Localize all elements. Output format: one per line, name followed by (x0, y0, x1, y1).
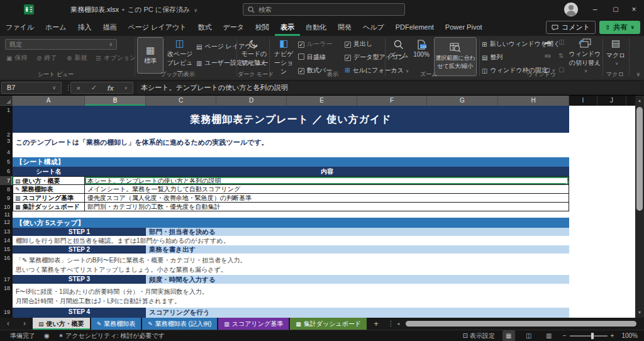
scroll-up-icon[interactable]: ▲ (635, 96, 644, 106)
tab-page-layout[interactable]: ページ レイアウト (123, 19, 192, 36)
zoom-track[interactable] (570, 335, 608, 337)
display-settings-button[interactable]: ⊡ 表示設定 (463, 330, 495, 341)
avatar[interactable] (564, 3, 578, 16)
horizontal-scroll-thumb[interactable] (406, 321, 636, 327)
new-sheet-view-button[interactable]: ⊕新規 (67, 53, 87, 62)
exit-sheet-view-button[interactable]: ⊘終了 (36, 53, 57, 62)
navigation-button[interactable]: ◧ ナビゲーション (272, 38, 296, 76)
cell-title-banner[interactable]: 業務棚卸表テンプレート ／ 使い方ガイド (13, 106, 569, 133)
row-header-12[interactable]: 12 (0, 218, 13, 228)
cell-sheet-desc-4[interactable]: 部門別・カテゴリ別の工数・優先度を自動集計 (85, 203, 569, 211)
zoom-out-icon[interactable]: − (563, 330, 567, 341)
sheet-tab-inventory-example[interactable]: ✎ 業務棚卸表 (記入例) (142, 318, 217, 330)
tab-options-icon[interactable]: ⋮ (384, 318, 397, 330)
tab-home[interactable]: ホーム (40, 19, 72, 36)
column-header-J[interactable]: J (597, 96, 626, 106)
cell-step1-title[interactable]: 部門・担当者を決める (146, 228, 569, 236)
next-sheet-icon[interactable]: › (16, 318, 33, 330)
cell-b7-selected[interactable]: 本シート。テンプレートの使い方と各列の説明 (85, 177, 569, 184)
add-sheet-button[interactable]: + (368, 318, 384, 330)
row-header-14[interactable]: 14 (0, 236, 13, 245)
tab-file[interactable]: ファイル (0, 19, 40, 36)
tab-automate[interactable]: 自動化 (300, 19, 332, 36)
column-header-A[interactable]: A (13, 96, 85, 106)
row-header-10[interactable]: 10 (0, 203, 13, 211)
sheet-tab-scoring[interactable]: ▥ スコアリング基準 (218, 318, 289, 330)
row-header-5[interactable]: 5 (0, 157, 13, 167)
reset-window-position-button[interactable]: ▢ (558, 66, 564, 73)
cell-step4-label[interactable]: STEP 4 (13, 308, 146, 316)
sheet-tab-inventory[interactable]: ✎ 業務棚卸表 (91, 318, 142, 330)
row-header-13[interactable]: 13 (0, 228, 13, 236)
switch-windows-button[interactable]: ウィンドウの切り替え∨ (570, 38, 600, 74)
cell-step2-title[interactable]: 業務を書き出す (146, 245, 569, 254)
hide-window-button[interactable]: ▭ (545, 52, 550, 59)
cell-sheet-name-1[interactable]: ▤使い方・概要 (13, 177, 85, 184)
header-sheet-name[interactable]: シート名 (13, 167, 85, 176)
row-header-9[interactable]: 9 (0, 194, 13, 203)
comments-button[interactable]: コメント (546, 21, 596, 34)
cell-step3-label[interactable]: STEP 3 (13, 275, 146, 284)
insert-function-button[interactable]: fx (108, 84, 114, 92)
sheet-view-dropdown[interactable]: 既定∨ (5, 39, 117, 50)
header-content[interactable]: 内容 (85, 167, 569, 176)
column-header-G[interactable]: G (427, 96, 498, 106)
page-break-status-button[interactable]: ▥ (543, 330, 555, 341)
tab-draw[interactable]: 描画 (97, 19, 123, 36)
cell-sheet-name-3[interactable]: ▥スコアリング基準 (13, 194, 85, 202)
search-input[interactable] (258, 6, 384, 13)
keep-sheet-view-button[interactable]: ▣保持 (6, 53, 27, 62)
column-header-F[interactable]: F (357, 96, 427, 106)
confirm-entry-button[interactable]: ✓ (91, 84, 97, 92)
normal-view-status-button[interactable]: ▦ (502, 330, 515, 341)
zoom-slider[interactable]: − + (563, 330, 614, 341)
tab-data[interactable]: データ (217, 19, 250, 36)
sheet-tab-usage[interactable]: ▤ 使い方・概要 (33, 318, 90, 330)
view-side-by-side-button[interactable]: ◫ (558, 38, 564, 45)
cell-step3-note[interactable]: F〜I列に頻度・1回あたりの所要時間（分）・月間実施回数を入力。月間合計時間・月… (13, 284, 569, 308)
name-box[interactable]: B7∨ (1, 82, 62, 94)
row-header-8[interactable]: 8 (0, 185, 13, 194)
column-header-B[interactable]: B (85, 96, 146, 106)
close-button[interactable]: × (624, 0, 644, 19)
zoom-100-button[interactable]: 100 100% (410, 40, 433, 58)
document-title[interactable]: 業務棚卸表.xlsx•この PC に保存済み∨ (70, 5, 197, 14)
page-layout-status-button[interactable]: ◫ (523, 330, 535, 341)
cell-step1-note[interactable]: 棚卸しを行う部門と担当者を確認。まずは1部門から始めるのがおすすめ。 (13, 236, 569, 245)
arrange-all-button[interactable]: ▤整列 (482, 53, 502, 62)
tab-formulas[interactable]: 数式 (192, 19, 217, 36)
prev-sheet-icon[interactable]: ‹ (0, 318, 16, 330)
sheet-view-options-button[interactable]: ☰オプション (96, 53, 136, 62)
split-button[interactable]: ▬ (545, 38, 551, 45)
row-header-3[interactable]: 3 (0, 137, 13, 148)
fill-handle[interactable] (566, 182, 569, 184)
horizontal-scrollbar[interactable]: ◂ (397, 318, 644, 330)
tab-developer[interactable]: 開発 (332, 19, 357, 36)
formula-input[interactable]: 本シート。テンプレートの使い方と各列の説明 (137, 82, 640, 94)
cell-step3-title[interactable]: 頻度・時間を入力する (146, 275, 569, 284)
cell-sheet-name-4[interactable]: ▦集計ダッシュボード (13, 203, 85, 211)
row-header-19[interactable]: 19 (0, 308, 13, 316)
tab-power-pivot[interactable]: Power Pivot (440, 19, 488, 36)
row-header-4[interactable]: 4 (0, 148, 13, 157)
vertical-scroll-thumb[interactable] (636, 107, 643, 211)
ruler-checkbox[interactable]: ✓ルーラー (298, 40, 332, 48)
zoom-button[interactable]: ズーム (387, 40, 410, 60)
column-header-I[interactable]: I (569, 96, 597, 106)
cell-step4-title[interactable]: スコアリングを行う (146, 308, 569, 316)
cell-step2-note[interactable]: 「✎ 業務棚卸表」シートのB列〜E列に業務名・概要・カテゴリ・担当者を入力。思い… (13, 254, 569, 275)
restore-button[interactable]: ▢ (606, 0, 626, 19)
sheet-tab-dashboard[interactable]: ▦ 集計ダッシュボード (290, 318, 367, 330)
minimize-button[interactable]: – (585, 0, 605, 19)
cell-section-steps[interactable]: 【使い方 5ステップ】 (13, 218, 569, 228)
synchronous-scrolling-button[interactable]: ⇅ (558, 52, 564, 59)
scroll-left-icon[interactable]: ◂ (397, 318, 399, 330)
select-all-button[interactable] (0, 96, 13, 106)
cell-sheet-name-2[interactable]: ✎業務棚卸表 (13, 185, 85, 193)
row-header-7[interactable]: 7 (0, 176, 13, 185)
macro-record-icon[interactable]: ◉ (44, 330, 50, 341)
tab-help[interactable]: ヘルプ (357, 19, 390, 36)
search-box[interactable] (243, 3, 405, 16)
row-header-16[interactable]: 16 (0, 254, 13, 275)
column-header-C[interactable]: C (146, 96, 216, 106)
